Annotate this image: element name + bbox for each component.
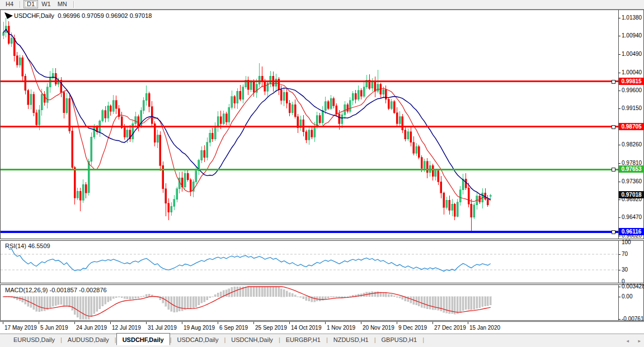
toolbar-separator bbox=[20, 1, 21, 8]
current-price-tag[interactable]: 0.97018 bbox=[619, 191, 644, 198]
price-axis-tick bbox=[618, 54, 621, 55]
price-axis-label: 0.99150 bbox=[622, 105, 642, 111]
chart-tab-audusd[interactable]: AUDUSD,Daily bbox=[62, 334, 115, 345]
price-axis-label: 1.00940 bbox=[622, 32, 642, 39]
chart-tab-usdcad[interactable]: USDCAD,Daily bbox=[171, 334, 224, 345]
hline-handle[interactable] bbox=[612, 168, 615, 172]
time-axis-label: 6 Sep 2019 bbox=[219, 325, 248, 331]
price-axis-tick bbox=[618, 217, 621, 218]
level-price-tag[interactable]: 0.98705 bbox=[619, 123, 644, 130]
rsi-axis-border bbox=[618, 241, 619, 283]
price-axis-tick bbox=[618, 18, 621, 18]
time-axis-tick bbox=[39, 322, 39, 324]
chart-title: USDCHF,Daily 0.96996 0.97059 0.96902 0.9… bbox=[14, 12, 152, 19]
rsi-axis-label: 100 bbox=[622, 239, 631, 245]
time-axis-label: 24 Jun 2019 bbox=[76, 325, 107, 331]
time-axis-tick bbox=[218, 322, 218, 324]
price-axis-label: 0.96470 bbox=[622, 214, 642, 220]
toolbar-separator bbox=[73, 1, 74, 8]
time-axis[interactable]: 17 May 20195 Jun 201924 Jun 201912 Jul 2… bbox=[0, 321, 644, 333]
time-axis-tick bbox=[289, 322, 290, 324]
rsi-axis-tick bbox=[618, 270, 621, 270]
macd-label: MACD(12,26,9) -0.001857 -0.002876 bbox=[5, 287, 107, 293]
hline-handle[interactable] bbox=[612, 80, 615, 84]
time-axis-label: 27 Dec 2019 bbox=[434, 325, 466, 331]
hline-handle[interactable] bbox=[612, 230, 615, 234]
time-axis-tick bbox=[397, 322, 397, 324]
time-axis-tick bbox=[182, 322, 182, 324]
price-axis-tick bbox=[618, 163, 621, 164]
chart-tab-nzdusd[interactable]: NZDUSD,H1 bbox=[328, 334, 374, 345]
level-price-tag[interactable]: 0.96116 bbox=[619, 228, 644, 235]
candlestick-series[interactable] bbox=[3, 18, 492, 231]
price-axis-tick bbox=[618, 182, 621, 182]
price-axis-tick bbox=[618, 36, 621, 36]
time-axis-label: 14 Oct 2019 bbox=[291, 325, 321, 331]
price-axis-tick bbox=[618, 108, 621, 109]
time-axis-label: 17 May 2019 bbox=[4, 325, 37, 331]
hline-handle[interactable] bbox=[612, 125, 615, 129]
chart-tab-eurgbp[interactable]: EURGBP,H1 bbox=[280, 334, 326, 345]
tab-scroll-buttons: ◂ ▸ bbox=[618, 338, 641, 344]
time-axis-tick bbox=[3, 322, 3, 324]
time-axis-tick bbox=[361, 322, 361, 324]
time-axis-tick bbox=[325, 322, 326, 324]
chart-tab-gbpusd[interactable]: GBPUSD,H1 bbox=[376, 334, 423, 345]
rsi-axis-label: 30 bbox=[622, 267, 628, 273]
chart-tab-bar: EURUSD,Daily|AUDUSD,Daily|USDCHF,Daily|U… bbox=[0, 334, 644, 347]
time-axis-label: 19 Aug 2019 bbox=[184, 325, 215, 331]
chart-tab-usdchf[interactable]: USDCHF,Daily bbox=[116, 333, 170, 345]
rsi-panel[interactable]: RSI(14) 46.5509 10070300 bbox=[0, 240, 644, 283]
macd-axis-tick bbox=[618, 297, 621, 297]
time-axis-tick bbox=[74, 322, 75, 324]
chart-ohlc-values: 0.96996 0.97059 0.96902 0.97018 bbox=[58, 12, 152, 19]
macd-axis-border bbox=[618, 285, 619, 320]
timeframe-button-mn[interactable]: MN bbox=[54, 0, 70, 8]
price-axis-tick bbox=[618, 91, 621, 91]
time-axis-tick bbox=[110, 322, 111, 324]
chart-tab-usdcnh[interactable]: USDCNH,Daily bbox=[225, 334, 279, 345]
price-axis-tick bbox=[618, 199, 621, 200]
price-axis-label: 0.99600 bbox=[622, 87, 642, 93]
price-axis-label: 0.97360 bbox=[622, 178, 642, 184]
timeframe-toolbar: H4D1W1MN bbox=[0, 0, 644, 9]
price-axis-tick bbox=[618, 73, 621, 73]
macd-axis-label: 0.00 bbox=[622, 293, 632, 300]
price-axis-label: 1.01380 bbox=[622, 15, 642, 21]
macd-axis-tick bbox=[618, 287, 621, 287]
main-chart-panel[interactable]: USDCHF,Daily 0.96996 0.97059 0.96902 0.9… bbox=[0, 9, 644, 239]
time-axis-label: 31 Jul 2019 bbox=[148, 325, 177, 331]
macd-panel[interactable]: MACD(12,26,9) -0.001857 -0.002876 0.0034… bbox=[0, 284, 644, 321]
chart-tab-eurusd[interactable]: EURUSD,Daily bbox=[8, 334, 60, 345]
timeframe-button-d1[interactable]: D1 bbox=[23, 0, 38, 8]
level-price-tag[interactable]: 0.97653 bbox=[619, 165, 644, 173]
macd-axis-label: 0.003428 bbox=[622, 283, 644, 289]
time-axis-tick bbox=[253, 322, 254, 324]
price-axis-label: 0.98260 bbox=[622, 141, 642, 148]
time-axis-tick bbox=[433, 322, 433, 324]
level-price-tag[interactable]: 0.99815 bbox=[619, 78, 644, 85]
time-axis-label: 20 Nov 2019 bbox=[363, 325, 394, 331]
chart-symbol-label: USDCHF,Daily bbox=[14, 12, 54, 19]
rsi-line bbox=[9, 249, 491, 271]
terminal-window: H4D1W1MN USDCHF,Daily 0.96996 0.97059 0.… bbox=[0, 0, 644, 347]
tab-scroll-right-button[interactable]: ▸ bbox=[638, 338, 641, 344]
rsi-label: RSI(14) 46.5509 bbox=[5, 243, 50, 249]
time-axis-label: 12 Jul 2019 bbox=[112, 325, 141, 331]
time-axis-label: 25 Sep 2019 bbox=[255, 325, 287, 331]
ma-slow-line[interactable] bbox=[3, 29, 491, 199]
timeframe-button-w1[interactable]: W1 bbox=[38, 0, 54, 8]
price-chart-canvas[interactable] bbox=[1, 10, 618, 239]
time-axis-label: 15 Jan 2020 bbox=[469, 325, 500, 331]
rsi-canvas[interactable] bbox=[1, 241, 618, 283]
time-axis-label: 1 Nov 2019 bbox=[327, 325, 355, 331]
tab-scroll-left-button[interactable]: ◂ bbox=[626, 338, 629, 344]
time-axis-label: 9 Dec 2019 bbox=[398, 325, 427, 331]
timeframe-button-h4[interactable]: H4 bbox=[2, 0, 17, 8]
tab-separator: | bbox=[422, 334, 424, 343]
ma-fast-line[interactable] bbox=[3, 29, 491, 201]
time-axis-label: 5 Jun 2019 bbox=[40, 325, 68, 331]
time-axis-tick bbox=[468, 322, 468, 324]
mouse-cursor-icon bbox=[4, 12, 13, 19]
price-axis-tick bbox=[618, 145, 621, 145]
